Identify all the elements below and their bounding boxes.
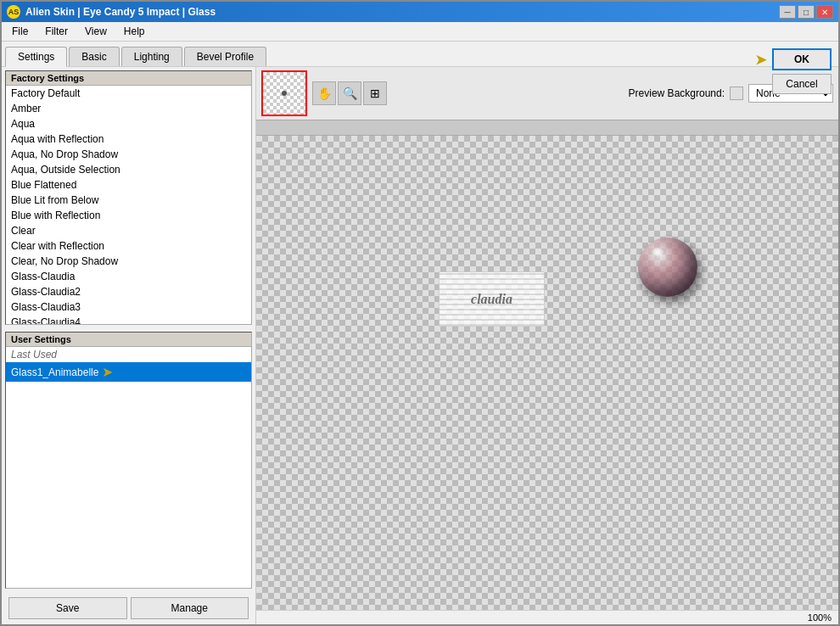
list-item[interactable]: Blue Lit from Below [6, 193, 251, 208]
left-panel: Factory Settings Factory Default Amber A… [2, 67, 256, 624]
ok-button[interactable]: ➤ OK [772, 48, 832, 70]
maximize-button[interactable]: □ [798, 5, 815, 19]
hand-tool-icon[interactable]: ✋ [312, 81, 336, 105]
cancel-button[interactable]: Cancel [772, 74, 832, 94]
window-title: Alien Skin | Eye Candy 5 Impact | Glass [25, 6, 216, 18]
list-item[interactable]: Glass-Claudia2 [6, 284, 251, 299]
tab-lighting[interactable]: Lighting [121, 47, 182, 66]
main-content: Factory Settings Factory Default Amber A… [2, 67, 838, 624]
list-item[interactable]: Aqua with Reflection [6, 131, 251, 147]
preview-content: claudia [256, 136, 838, 610]
tab-settings[interactable]: Settings [5, 47, 67, 67]
toolbar-area: ✋ 🔍 ⊞ Preview Background: None White Bla… [256, 67, 838, 120]
preview-top-bar [256, 120, 838, 136]
list-item[interactable]: Clear with Reflection [6, 238, 251, 254]
right-panel: ✋ 🔍 ⊞ Preview Background: None White Bla… [256, 67, 838, 624]
list-item[interactable]: Glass-Claudia4 [6, 315, 251, 324]
fit-tool-icon[interactable]: ⊞ [363, 81, 387, 105]
menu-view[interactable]: View [78, 24, 114, 39]
list-item[interactable]: Aqua [6, 116, 251, 131]
statusbar: 100% [256, 610, 838, 624]
bottom-buttons: Save Manage [2, 592, 255, 624]
preview-bg-label: Preview Background: [629, 87, 725, 99]
last-used-label: Last Used [6, 347, 251, 362]
tab-basic[interactable]: Basic [69, 47, 119, 66]
glass-ball-shine [652, 248, 664, 256]
list-item[interactable]: Blue Flattened [6, 177, 251, 193]
list-item[interactable]: Factory Default [6, 86, 251, 101]
zoom-level: 100% [808, 612, 832, 623]
ok-cancel-area: ➤ OK Cancel [772, 48, 832, 94]
list-item[interactable]: Clear, No Drop Shadow [6, 254, 251, 269]
claudia-text: claudia [471, 292, 512, 307]
selected-user-setting[interactable]: Glass1_Animabelle ➤ [6, 362, 251, 382]
list-item[interactable]: Blue with Reflection [6, 208, 251, 223]
zoom-tool-icon[interactable]: 🔍 [338, 81, 361, 105]
factory-settings-label: Factory Settings [6, 71, 251, 86]
glass-ball [638, 238, 697, 297]
user-settings-label: User Settings [6, 333, 251, 347]
selected-arrow-icon: ➤ [102, 364, 113, 380]
user-settings-container: User Settings Last Used Glass1_Animabell… [5, 332, 252, 589]
factory-settings-container: Factory Settings Factory Default Amber A… [5, 70, 252, 325]
minimize-button[interactable]: ─ [779, 5, 796, 19]
menubar: File Filter View Help [2, 22, 838, 42]
titlebar-controls: ─ □ ✕ [779, 5, 833, 19]
preview-thumb-dot [282, 91, 287, 96]
tool-icons: ✋ 🔍 ⊞ [312, 81, 387, 105]
titlebar: AS Alien Skin | Eye Candy 5 Impact | Gla… [2, 2, 838, 22]
menu-file[interactable]: File [5, 24, 35, 39]
list-item[interactable]: Glass-Claudia3 [6, 299, 251, 315]
claudia-preview: claudia [439, 271, 545, 327]
manage-button[interactable]: Manage [131, 597, 249, 619]
list-item[interactable]: Amber [6, 101, 251, 116]
close-button[interactable]: ✕ [816, 5, 833, 19]
tabs-bar: Settings Basic Lighting Bevel Profile [2, 42, 838, 67]
factory-settings-list[interactable]: Factory Default Amber Aqua Aqua with Ref… [6, 86, 251, 324]
menu-filter[interactable]: Filter [38, 24, 75, 39]
claudia-text-container: claudia [439, 271, 545, 327]
list-item[interactable]: Glass-Claudia [6, 269, 251, 284]
tab-bevel-profile[interactable]: Bevel Profile [184, 47, 266, 66]
app-icon: AS [7, 5, 20, 19]
preview-thumbnail [261, 70, 307, 116]
menu-help[interactable]: Help [117, 24, 152, 39]
list-item[interactable]: Aqua, Outside Selection [6, 162, 251, 177]
main-window: AS Alien Skin | Eye Candy 5 Impact | Gla… [0, 0, 840, 626]
list-item[interactable]: Aqua, No Drop Shadow [6, 147, 251, 162]
list-item[interactable]: Clear [6, 223, 251, 238]
save-button[interactable]: Save [8, 597, 127, 619]
titlebar-left: AS Alien Skin | Eye Candy 5 Impact | Gla… [7, 5, 216, 19]
preview-bg-swatch [730, 87, 743, 100]
ok-arrow-icon: ➤ [755, 52, 766, 68]
